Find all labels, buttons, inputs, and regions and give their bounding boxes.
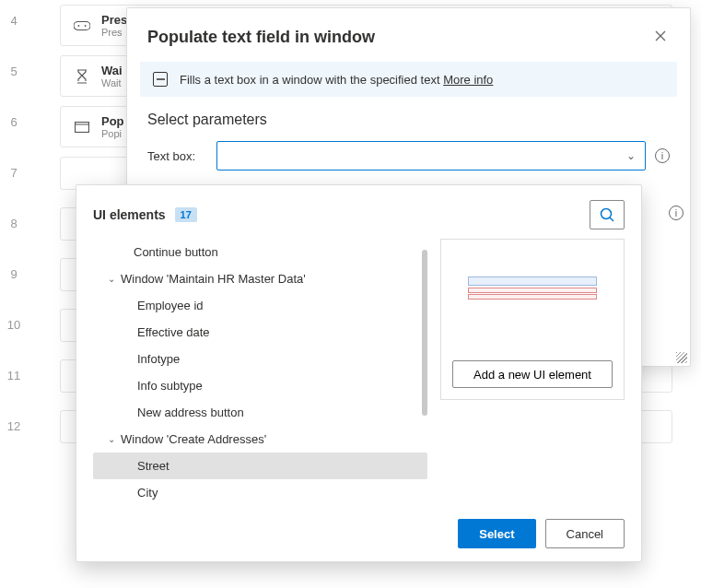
svg-point-1: [78, 25, 80, 27]
info-icon[interactable]: i: [669, 206, 683, 220]
element-tree: Continue button ⌄Window 'Maintain HR Mas…: [93, 239, 427, 506]
tree-item-infotype[interactable]: Infotype: [93, 346, 427, 372]
search-icon: [600, 207, 615, 223]
textbox-icon: [153, 72, 168, 87]
tree-item-city[interactable]: City: [93, 479, 427, 506]
chevron-down-icon: ⌄: [108, 274, 115, 284]
select-parameters-heading: Select parameters: [127, 112, 690, 141]
chevron-down-icon: ⌄: [626, 149, 636, 162]
tree-item-continue[interactable]: Continue button: [93, 239, 427, 265]
tree-item-info-subtype[interactable]: Info subtype: [93, 372, 427, 399]
more-info-link[interactable]: More info: [443, 73, 493, 87]
keyboard-icon: [74, 18, 90, 34]
element-preview: Add a new UI element: [440, 239, 625, 400]
hourglass-icon: [74, 68, 90, 85]
info-banner: Fills a text box in a window with the sp…: [140, 62, 677, 97]
step-num-8: 8: [0, 207, 28, 230]
step-num-5: 5: [0, 55, 28, 78]
step-num-9: 9: [0, 258, 28, 281]
close-button[interactable]: [651, 25, 670, 49]
info-icon[interactable]: i: [655, 148, 670, 163]
chevron-down-icon: ⌄: [108, 434, 115, 444]
tree-group-maintain-hr[interactable]: ⌄Window 'Maintain HR Master Data': [93, 265, 427, 292]
ui-elements-picker: UI elements 17 Continue button ⌄Window '…: [76, 184, 642, 562]
window-icon: [74, 119, 90, 135]
tree-item-employee-id[interactable]: Employee id: [93, 292, 427, 319]
step-num-10: 10: [0, 309, 28, 332]
step-num-12: 12: [0, 410, 28, 433]
tree-item-new-address[interactable]: New address button: [93, 399, 427, 426]
select-button[interactable]: Select: [458, 519, 535, 548]
step-num-11: 11: [0, 359, 28, 382]
svg-rect-3: [76, 122, 89, 132]
scrollbar[interactable]: [422, 250, 427, 416]
svg-rect-0: [74, 21, 90, 29]
textbox-select[interactable]: ⌄: [216, 141, 646, 171]
dialog-title: Populate text field in window: [147, 28, 375, 47]
step-num-7: 7: [0, 157, 28, 180]
picker-title: UI elements: [93, 207, 166, 222]
search-button[interactable]: [590, 200, 625, 229]
resize-handle[interactable]: [676, 352, 687, 363]
textbox-label: Text box:: [147, 149, 207, 163]
svg-point-6: [601, 208, 611, 218]
tree-item-effective-date[interactable]: Effective date: [93, 319, 427, 346]
svg-point-2: [85, 25, 87, 27]
cancel-button[interactable]: Cancel: [545, 519, 625, 548]
svg-line-7: [610, 218, 613, 221]
tree-item-street[interactable]: Street: [93, 453, 427, 479]
element-count-badge: 17: [175, 207, 197, 222]
preview-thumbnail: [463, 251, 602, 306]
tree-group-create-addresses[interactable]: ⌄Window 'Create Addresses': [93, 426, 427, 453]
step-num-4: 4: [0, 5, 28, 28]
step-num-6: 6: [0, 106, 28, 129]
add-ui-element-button[interactable]: Add a new UI element: [452, 360, 613, 388]
